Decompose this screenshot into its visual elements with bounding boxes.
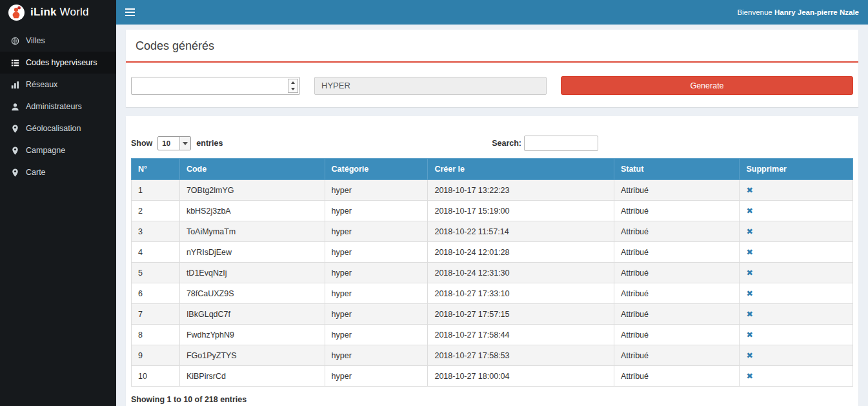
cell-delete: ✖ [740,304,853,325]
cell-status: Attribué [614,304,740,325]
cell-delete: ✖ [740,201,853,221]
cell-created: 2018-10-27 17:33:10 [428,283,614,304]
cell-num: 2 [132,201,180,221]
app-logo-icon [8,4,25,21]
cell-category: hyper [325,304,428,325]
table-row: 2kbHS2j3zbAhyper2018-10-17 15:19:00Attri… [132,201,853,221]
sidebar-item-geolocalisation[interactable]: Géolocalisation [0,117,116,139]
brand-logo-area[interactable]: iLink World [0,0,116,25]
entries-label: entries [196,139,223,148]
sidebar-item-label: Campagne [26,146,65,155]
cell-status: Attribué [614,366,740,387]
search-label: Search: [492,139,521,148]
cell-created: 2018-10-27 17:58:44 [428,325,614,345]
sidebar-item-reseaux[interactable]: Réseaux [0,74,116,96]
sidebar-item-codes-hyperviseurs[interactable]: Codes hyperviseurs [0,52,116,74]
cell-delete: ✖ [740,325,853,345]
cell-status: Attribué [614,201,740,221]
delete-icon[interactable]: ✖ [746,351,752,360]
header-code[interactable]: Code [179,159,325,180]
top-navbar: Bienvenue Hanry Jean-pierre Nzale [116,0,868,25]
header-num[interactable]: N° [132,159,180,180]
table-info: Showing 1 to 10 of 218 entries [131,395,853,404]
user-icon [10,103,19,111]
cell-num: 4 [132,242,180,263]
sidebar-item-label: Géolocalisation [26,124,81,133]
spinner-up-icon[interactable] [288,79,298,86]
code-count-input[interactable] [132,77,283,94]
cell-category: hyper [325,283,428,304]
sidebar-toggle-icon[interactable] [125,8,137,16]
header-category[interactable]: Catégorie [325,159,428,180]
cell-created: 2018-10-24 12:31:30 [428,263,614,283]
top-bar: iLink World Bienvenue Hanry Jean-pierre … [0,0,868,25]
codes-table-panel: Show 10 entries Search: [126,116,858,406]
sidebar-item-campagne[interactable]: Campagne [0,139,116,161]
table-header-row: N° Code Catégorie Créer le Statut Suppri… [132,159,853,180]
chevron-down-icon [179,137,190,150]
delete-icon[interactable]: ✖ [746,248,752,257]
page-title: Codes générés [126,30,858,63]
category-input [314,77,547,95]
cell-code: IBkGLqdC7f [179,304,325,325]
code-count-field [131,77,300,95]
globe-icon [10,37,19,45]
cell-code: ToAiMymaTm [179,221,325,242]
sidebar-item-administrateurs[interactable]: Administrateurs [0,96,116,117]
cell-category: hyper [325,221,428,242]
delete-icon[interactable]: ✖ [746,269,752,278]
cell-code: FGo1PyZTYS [179,345,325,366]
cell-created: 2018-10-22 11:57:14 [428,221,614,242]
cell-category: hyper [325,242,428,263]
cell-created: 2018-10-27 18:00:04 [428,366,614,387]
marker-icon [10,125,19,133]
sidebar-item-label: Administrateurs [26,102,82,111]
cell-num: 1 [132,180,180,201]
delete-icon[interactable]: ✖ [746,330,752,340]
table-row: 5tD1EvqNzIjhyper2018-10-24 12:31:30Attri… [132,263,853,283]
cell-category: hyper [325,366,428,387]
cell-code: kbHS2j3zbA [179,201,325,221]
cell-status: Attribué [614,345,740,366]
cell-category: hyper [325,201,428,221]
sidebar-item-carte[interactable]: Carte [0,161,116,183]
delete-icon[interactable]: ✖ [746,207,752,216]
page-size-select[interactable]: 10 [157,136,191,150]
table-row: 678fCaUXZ9Shyper2018-10-27 17:33:10Attri… [132,283,853,304]
cell-category: hyper [325,325,428,345]
cell-code: FwdhzYphN9 [179,325,325,345]
table-row: 9FGo1PyZTYShyper2018-10-27 17:58:53Attri… [132,345,853,366]
chart-icon [10,81,19,89]
sidebar-item-label: Villes [26,36,45,45]
delete-icon[interactable]: ✖ [746,289,752,298]
cell-category: hyper [325,345,428,366]
cell-created: 2018-10-27 17:57:15 [428,304,614,325]
page-size-control: Show 10 entries [131,136,223,150]
header-status[interactable]: Statut [614,159,740,180]
header-delete[interactable]: Supprimer [740,159,853,180]
table-row: 10KiBPirsrCdhyper2018-10-27 18:00:04Attr… [132,366,853,387]
cell-category: hyper [325,263,428,283]
delete-icon[interactable]: ✖ [746,186,752,195]
sidebar-item-villes[interactable]: Villes [0,30,116,52]
welcome-text: Bienvenue Hanry Jean-pierre Nzale [737,8,859,16]
delete-icon[interactable]: ✖ [746,310,752,319]
spinner-down-icon[interactable] [288,86,298,92]
cell-status: Attribué [614,283,740,304]
show-label: Show [131,139,152,148]
cell-code: 78fCaUXZ9S [179,283,325,304]
cell-num: 3 [132,221,180,242]
cell-created: 2018-10-17 15:19:00 [428,201,614,221]
cell-delete: ✖ [740,242,853,263]
generate-button[interactable]: Generate [561,76,853,95]
header-created[interactable]: Créer le [428,159,614,180]
cell-delete: ✖ [740,366,853,387]
table-row: 7IBkGLqdC7fhyper2018-10-27 17:57:15Attri… [132,304,853,325]
cell-delete: ✖ [740,263,853,283]
cell-created: 2018-10-27 17:58:53 [428,345,614,366]
search-input[interactable] [524,136,598,151]
delete-icon[interactable]: ✖ [746,372,752,381]
delete-icon[interactable]: ✖ [746,227,752,236]
table-row: 8FwdhzYphN9hyper2018-10-27 17:58:44Attri… [132,325,853,345]
cell-num: 10 [132,366,180,387]
